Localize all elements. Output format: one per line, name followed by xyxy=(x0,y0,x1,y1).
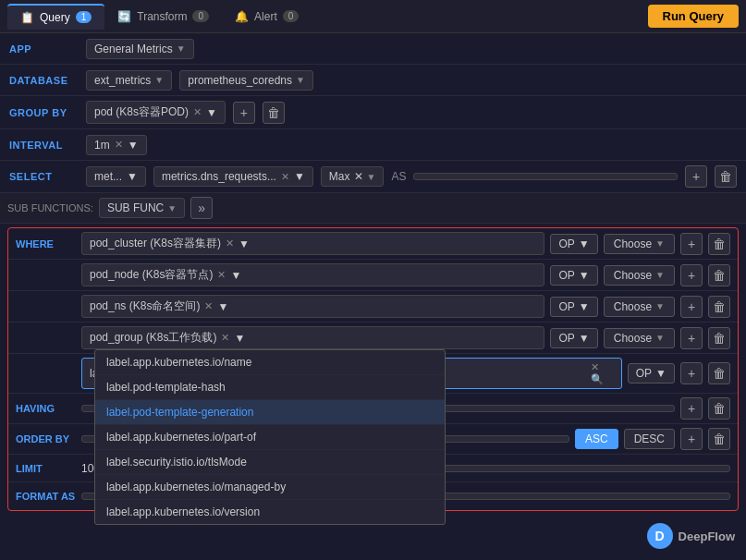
where-field-0-remove[interactable]: ✕ xyxy=(226,237,234,250)
sub-func-select[interactable]: SUB FUNC ▼ xyxy=(99,198,185,218)
autocomplete-item-0[interactable]: label.app.kubernetes.io/name xyxy=(95,350,445,375)
where-op-2-arrow: ▼ xyxy=(579,300,590,313)
where-row-2: pod_ns (K8s命名空间) ✕ ▼ OP ▼ Choose ▼ + 🗑 xyxy=(8,291,738,323)
interval-tag[interactable]: 1m ✕ ▼ xyxy=(86,135,147,155)
order-by-label: ORDER BY xyxy=(16,433,76,444)
select-tag2[interactable]: metrics.dns_requests... ✕ ▼ xyxy=(153,166,313,187)
autocomplete-item-4[interactable]: label.security.istio.io/tlsMode xyxy=(95,450,445,475)
where-add-2[interactable]: + xyxy=(680,296,703,318)
deepflow-icon: D xyxy=(647,523,673,549)
where-op-1-arrow: ▼ xyxy=(579,269,590,282)
where-delete-1[interactable]: 🗑 xyxy=(708,264,730,286)
tab-query[interactable]: 📋 Query 1 xyxy=(7,4,104,30)
where-delete-2[interactable]: 🗑 xyxy=(708,296,730,318)
where-field-1-remove[interactable]: ✕ xyxy=(217,269,226,281)
select-agg-remove[interactable]: ✕ xyxy=(354,170,363,183)
autocomplete-item-6[interactable]: label.app.kubernetes.io/version xyxy=(95,500,445,524)
where-field-3-remove[interactable]: ✕ xyxy=(221,332,229,344)
order-by-add[interactable]: + xyxy=(680,428,703,450)
where-choose-2[interactable]: Choose ▼ xyxy=(604,297,675,317)
where-op-2[interactable]: OP ▼ xyxy=(550,297,597,317)
where-search-delete[interactable]: 🗑 xyxy=(708,362,730,384)
sub-func-expand[interactable]: » xyxy=(190,197,213,219)
where-op-1-val: OP xyxy=(558,269,574,282)
select-val1: met... xyxy=(94,170,122,183)
interval-remove[interactable]: ✕ xyxy=(115,139,123,151)
where-op-3-arrow: ▼ xyxy=(579,332,590,345)
order-by-desc-button[interactable]: DESC xyxy=(624,429,675,449)
where-choose-1-arrow: ▼ xyxy=(655,270,665,280)
interval-label: INTERVAL xyxy=(9,140,79,151)
db-value2: prometheus_coredns xyxy=(188,74,292,87)
where-add-0[interactable]: + xyxy=(680,233,703,255)
where-add-1[interactable]: + xyxy=(680,264,703,286)
app-row: APP General Metrics ▼ xyxy=(0,33,746,65)
where-choose-3[interactable]: Choose ▼ xyxy=(604,328,675,348)
tab-transform-badge: 0 xyxy=(192,10,209,22)
where-search-add[interactable]: + xyxy=(680,362,703,384)
run-query-button[interactable]: Run Query xyxy=(648,5,739,28)
where-field-2[interactable]: pod_ns (K8s命名空间) ✕ ▼ xyxy=(81,295,544,318)
where-op-1[interactable]: OP ▼ xyxy=(550,265,597,286)
tab-alert[interactable]: 🔔 Alert 0 xyxy=(222,5,312,29)
where-op-3[interactable]: OP ▼ xyxy=(550,328,597,348)
select-delete-button[interactable]: 🗑 xyxy=(715,165,737,188)
deepflow-text: DeepFlow xyxy=(679,530,735,543)
autocomplete-item-5[interactable]: label.app.kubernetes.io/managed-by xyxy=(95,475,445,500)
select-tag1-arrow: ▼ xyxy=(127,170,138,183)
where-choose-0[interactable]: Choose ▼ xyxy=(604,234,675,254)
having-add[interactable]: + xyxy=(680,397,703,420)
tab-alert-badge: 0 xyxy=(283,10,300,22)
group-by-delete-button[interactable]: 🗑 xyxy=(263,102,285,124)
order-by-delete[interactable]: 🗑 xyxy=(708,428,730,450)
where-choose-1[interactable]: Choose ▼ xyxy=(604,265,675,286)
order-by-asc-button[interactable]: ASC xyxy=(575,429,618,449)
select-row: SELECT met... ▼ metrics.dns_requests... … xyxy=(0,161,746,193)
where-add-3[interactable]: + xyxy=(680,327,703,349)
db2-arrow: ▼ xyxy=(296,75,305,85)
where-delete-3[interactable]: 🗑 xyxy=(708,327,730,349)
where-choose-0-arrow: ▼ xyxy=(655,238,665,249)
app-select[interactable]: General Metrics ▼ xyxy=(86,39,194,59)
having-delete[interactable]: 🗑 xyxy=(708,397,730,420)
where-op-0[interactable]: OP ▼ xyxy=(550,234,597,254)
select-tag1[interactable]: met... ▼ xyxy=(86,166,146,187)
sub-func-value: SUB FUNC xyxy=(107,201,164,214)
app-value: General Metrics xyxy=(94,43,173,55)
select-agg-val: Max xyxy=(329,170,350,183)
group-by-tag[interactable]: pod (K8s容器POD) ✕ ▼ xyxy=(86,101,226,124)
where-row-0: WHERE pod_cluster (K8s容器集群) ✕ ▼ OP ▼ Cho… xyxy=(8,228,738,260)
database-select2[interactable]: prometheus_coredns ▼ xyxy=(179,70,313,91)
search-icon: ✕ 🔍 xyxy=(591,361,614,385)
where-choose-3-label: Choose xyxy=(614,332,652,345)
where-field-1[interactable]: pod_node (K8s容器节点) ✕ ▼ xyxy=(81,263,544,286)
database-select1[interactable]: ext_metrics ▼ xyxy=(86,70,172,91)
select-add-button[interactable]: + xyxy=(685,165,707,188)
select-tag2-remove[interactable]: ✕ xyxy=(281,171,289,183)
group-by-add-button[interactable]: + xyxy=(233,102,255,124)
where-search-op[interactable]: OP ▼ xyxy=(628,363,675,383)
limit-label: LIMIT xyxy=(16,463,76,474)
where-field-3[interactable]: pod_group (K8s工作负载) ✕ ▼ xyxy=(81,326,544,349)
select-val2: metrics.dns_requests... xyxy=(162,170,276,183)
group-by-remove[interactable]: ✕ xyxy=(193,106,202,118)
where-field-3-value: pod_group (K8s工作负载) xyxy=(90,330,216,346)
autocomplete-item-2[interactable]: label.pod-template-generation xyxy=(95,400,445,425)
where-choose-2-label: Choose xyxy=(614,300,652,313)
having-value-input[interactable] xyxy=(408,405,675,412)
where-field-2-remove[interactable]: ✕ xyxy=(204,300,213,312)
tab-transform[interactable]: 🔄 Transform 0 xyxy=(104,5,222,29)
format-as-label: FORMAT AS xyxy=(16,491,76,502)
select-tag2-arrow: ▼ xyxy=(294,170,305,183)
autocomplete-item-1[interactable]: label.pod-template-hash xyxy=(95,375,445,400)
where-field-0[interactable]: pod_cluster (K8s容器集群) ✕ ▼ xyxy=(81,232,544,255)
where-label: WHERE xyxy=(16,238,76,250)
select-agg[interactable]: Max ✕ ▼ xyxy=(321,166,385,187)
select-agg-arrow: ▼ xyxy=(367,172,376,182)
tab-query-label: Query xyxy=(40,11,70,24)
sub-func-arrow: ▼ xyxy=(167,203,177,213)
autocomplete-item-3[interactable]: label.app.kubernetes.io/part-of xyxy=(95,425,445,450)
as-input[interactable] xyxy=(413,173,678,180)
database-row: DATABASE ext_metrics ▼ prometheus_coredn… xyxy=(0,65,746,96)
where-delete-0[interactable]: 🗑 xyxy=(708,233,730,255)
